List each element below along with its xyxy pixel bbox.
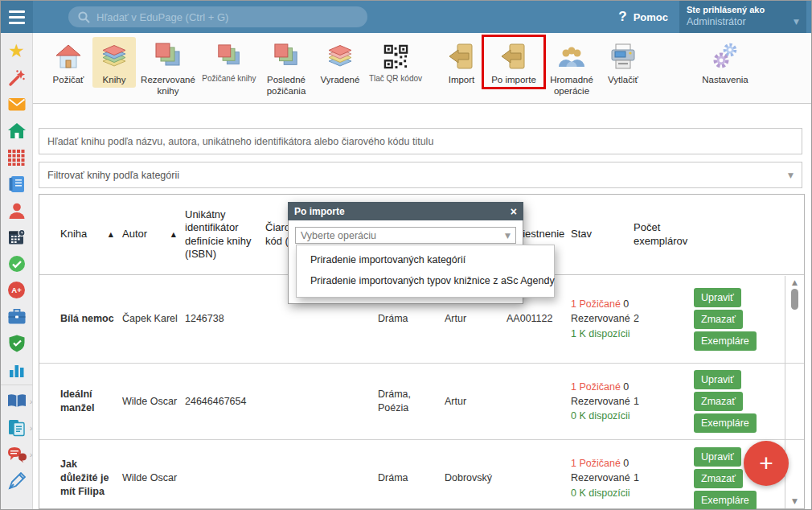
chevron-right-icon: › xyxy=(30,397,33,406)
dialog-header[interactable]: Po importe × xyxy=(288,202,523,220)
toolbar-label: Nastavenia xyxy=(702,74,748,85)
notebook-icon xyxy=(9,175,25,193)
stacked-cards-icon xyxy=(154,39,182,73)
column-header-stav[interactable]: Stav xyxy=(564,228,627,241)
scroll-down-icon[interactable]: ▼ xyxy=(792,497,798,505)
book-search-input[interactable] xyxy=(39,128,802,154)
toolbar-item-pozicane-knihy[interactable]: Požičané knihy xyxy=(200,37,258,87)
book-categories: Dráma xyxy=(371,312,438,326)
sidebar-item-timetable[interactable] xyxy=(1,144,33,171)
delete-button[interactable]: Zmazať xyxy=(694,392,743,411)
sidebar-item-messages[interactable] xyxy=(1,91,33,117)
copies-button[interactable]: Exempláre xyxy=(694,331,757,351)
edit-button[interactable]: Upraviť xyxy=(694,288,741,307)
sidebar-item-classbook[interactable] xyxy=(1,171,33,197)
sidebar-item-library[interactable]: › xyxy=(1,388,33,414)
left-sidebar: ★ A+ › › › xyxy=(1,33,33,509)
import-arrow-icon xyxy=(447,39,476,73)
sidebar-item-admin[interactable] xyxy=(1,330,33,356)
sidebar-item-sign[interactable] xyxy=(1,467,33,494)
sidebar-item-communication[interactable]: › xyxy=(1,441,33,467)
chevron-down-icon: ▼ xyxy=(505,232,511,240)
column-header-kniha[interactable]: Kniha▲ xyxy=(39,228,116,241)
copies-button[interactable]: Exempláre xyxy=(694,491,757,510)
book-title: Bílá nemoc xyxy=(39,312,116,326)
toolbar-item-pozicat[interactable]: Požičať xyxy=(44,37,92,88)
book-title: Ideální manžel xyxy=(39,388,116,415)
column-header-isbn[interactable]: Unikátny identifikátor definície knihy (… xyxy=(178,208,259,261)
toolbar-label: Import xyxy=(449,74,475,85)
sidebar-item-attendance[interactable] xyxy=(1,250,33,277)
book-copies: 1 xyxy=(627,395,687,409)
help-button[interactable]: ? Pomoc xyxy=(618,1,668,33)
sidebar-item-agenda[interactable] xyxy=(1,303,33,330)
delete-button[interactable]: Zmazať xyxy=(694,469,743,488)
book-author: Čapek Karel xyxy=(116,312,178,326)
sort-asc-icon: ▲ xyxy=(171,231,176,239)
table-scrollbar[interactable]: ▲ ▼ xyxy=(789,278,800,505)
user-menu[interactable]: Ste prihlásený ako Administrátor ▼ xyxy=(679,1,806,33)
chevron-right-icon: › xyxy=(30,423,33,433)
sidebar-item-calendar[interactable] xyxy=(1,224,33,250)
sidebar-item-documents[interactable]: › xyxy=(1,414,33,441)
toolbar-item-knihy[interactable]: Knihy xyxy=(92,37,136,88)
hamburger-menu-icon[interactable] xyxy=(1,1,33,33)
book-publisher: Artur xyxy=(438,312,500,326)
help-label: Pomoc xyxy=(634,11,668,23)
magic-wand-icon xyxy=(8,69,26,87)
toolbar-item-rezervovane-knihy[interactable]: Rezervované knihy xyxy=(136,37,200,100)
edupage-window: ? Pomoc Ste prihlásený ako Administrátor… xyxy=(0,0,812,510)
search-icon xyxy=(78,11,90,23)
add-book-fab[interactable]: + xyxy=(744,441,789,486)
dropdown-option[interactable]: Priradenie importovaných typov knižnice … xyxy=(297,270,554,291)
book-status: 1 Požičané 0 Rezervované 0 K dispozícii xyxy=(571,456,632,500)
sidebar-item-results[interactable] xyxy=(1,356,33,383)
sidebar-item-users[interactable] xyxy=(1,197,33,224)
book-categories: Dráma xyxy=(371,471,438,485)
toolbar-item-hromadne-operacie[interactable]: Hromadné operácie xyxy=(543,37,601,100)
import-arrow-icon xyxy=(499,39,528,73)
people-group-icon xyxy=(557,39,586,73)
toolbar-item-vyradene[interactable]: Vyradené xyxy=(314,37,366,88)
toolbar-label: Po importe xyxy=(491,74,536,85)
toolbar-item-nastavenia[interactable]: Nastavenia xyxy=(691,37,760,88)
column-header-autor[interactable]: Autor▲ xyxy=(116,228,178,241)
toolbar-item-po-importe[interactable]: Po importe xyxy=(485,37,543,88)
edit-button[interactable]: Upraviť xyxy=(694,447,741,467)
delete-button[interactable]: Zmazať xyxy=(694,310,743,329)
sidebar-item-wizard[interactable] xyxy=(1,64,33,91)
book-title: Jak důležité je mít Filipa xyxy=(39,458,116,499)
column-header-pocet-exemplarov[interactable]: Počet exemplárov xyxy=(627,221,687,248)
toolbar-label: Knihy xyxy=(103,74,126,85)
toolbar-item-vytlacit[interactable]: Vytlačiť xyxy=(601,37,646,88)
pen-icon xyxy=(8,472,26,490)
toolbar-item-tlac-qr-kodov[interactable]: Tlač QR kódov xyxy=(366,37,425,87)
global-search[interactable] xyxy=(68,6,367,27)
category-filter-placeholder: Filtrovať knihy podľa kategórii xyxy=(47,170,179,181)
edit-button[interactable]: Upraviť xyxy=(694,370,741,389)
scrollbar-thumb[interactable] xyxy=(791,289,798,310)
shield-check-icon xyxy=(9,335,25,352)
toolbar-item-import[interactable]: Import xyxy=(438,37,485,88)
toolbar-item-posledne-pozicania[interactable]: Posledné požičania xyxy=(258,37,314,100)
book-author: Wilde Oscar xyxy=(116,395,178,409)
toolbar-label: Tlač QR kódov xyxy=(369,74,422,84)
category-filter-select[interactable]: Filtrovať knihy podľa kategórii ▼ xyxy=(39,162,802,188)
help-icon: ? xyxy=(618,9,626,25)
qr-code-icon xyxy=(383,39,409,73)
operation-select[interactable]: Vyberte operáciu ▼ xyxy=(295,227,516,244)
sidebar-item-favorites[interactable]: ★ xyxy=(1,38,33,64)
row-actions: Upraviť Zmazať Exempláre xyxy=(687,288,804,351)
scroll-up-icon[interactable]: ▲ xyxy=(792,278,798,286)
dropdown-option[interactable]: Priradenie importovaných kategórií xyxy=(297,249,554,270)
global-search-input[interactable] xyxy=(96,11,358,23)
sidebar-item-home[interactable] xyxy=(1,117,33,144)
book-copies: 2 xyxy=(627,312,687,326)
copies-button[interactable]: Exempláre xyxy=(694,413,757,433)
row-actions: Upraviť Zmazať Exempláre xyxy=(687,370,804,433)
toolbar-label: Rezervované knihy xyxy=(137,74,199,97)
close-icon[interactable]: × xyxy=(511,206,517,217)
dialog-title: Po importe xyxy=(294,206,345,217)
sidebar-item-grades[interactable]: A+ xyxy=(1,277,33,303)
book-publisher: Artur xyxy=(438,395,500,409)
